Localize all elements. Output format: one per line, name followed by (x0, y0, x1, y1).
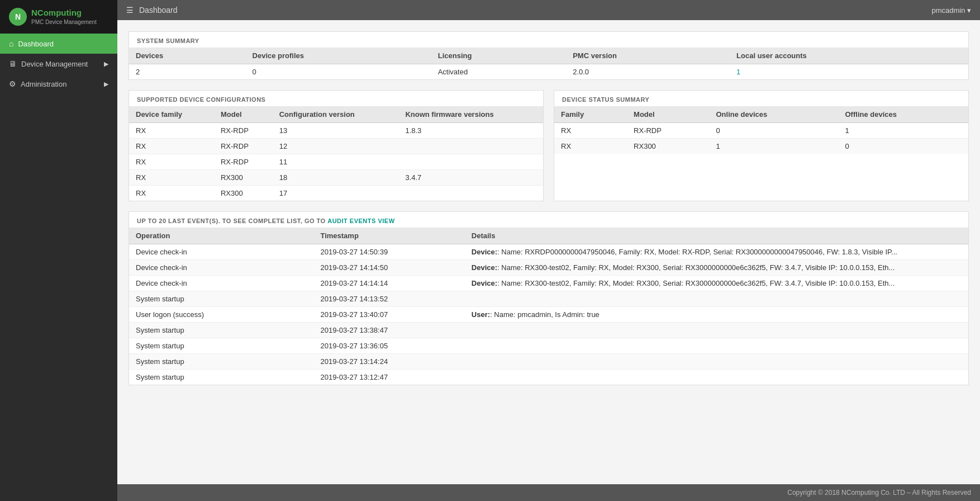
col-licensing: Licensing (431, 48, 566, 64)
table-row: System startup 2019-03-27 13:38:47 (129, 323, 968, 338)
events-panel: UP TO 20 LAST EVENT(S). TO SEE COMPLETE … (129, 211, 969, 385)
hamburger-icon[interactable]: ☰ (126, 6, 134, 15)
firmware-cell (398, 139, 543, 154)
family-cell: RX (129, 186, 214, 201)
middle-panels: SUPPORTED DEVICE CONFIGURATIONS Device f… (129, 90, 969, 211)
table-row: Device check-in 2019-03-27 14:50:39 Devi… (129, 244, 968, 260)
timestamp-cell: 2019-03-27 13:14:24 (313, 354, 464, 370)
events-prefix: UP TO 20 LAST EVENT(S). TO SEE COMPLETE … (137, 218, 326, 224)
model-cell: RX300 (627, 139, 709, 154)
operation-cell: System startup (129, 370, 313, 385)
pmc-version-value: 2.0.0 (566, 64, 730, 80)
col-device-family: Device family (129, 106, 214, 123)
details-cell: Device:: Name: RXRDP0000000047950046, Fa… (465, 244, 968, 260)
device-status-panel: DEVICE STATUS SUMMARY Family Model Onlin… (554, 90, 969, 201)
col-device-profiles: Device profiles (246, 48, 431, 64)
user-menu[interactable]: pmcadmin ▾ (931, 6, 971, 15)
svg-text:N: N (15, 12, 21, 21)
home-icon: ⌂ (9, 39, 13, 48)
device-configs-title: SUPPORTED DEVICE CONFIGURATIONS (129, 91, 543, 106)
device-configs-panel: SUPPORTED DEVICE CONFIGURATIONS Device f… (129, 90, 544, 201)
logo-icon: N (8, 7, 28, 27)
col-family: Family (554, 106, 627, 123)
col-online: Online devices (709, 106, 838, 123)
timestamp-cell: 2019-03-27 13:36:05 (313, 338, 464, 354)
page-title: Dashboard (139, 6, 178, 15)
details-cell: User:: Name: pmcadmin, Is Admin: true (465, 307, 968, 323)
details-cell (465, 354, 968, 370)
nav-menu: ⌂ Dashboard 🖥 Device Management ▶ ⚙ Admi… (0, 34, 117, 501)
col-model: Model (214, 106, 273, 123)
devices-value: 2 (129, 64, 246, 80)
model-cell: RX300 (214, 186, 273, 201)
monitor-icon: 🖥 (9, 59, 17, 68)
family-cell: RX (554, 123, 627, 139)
offline-cell: 1 (839, 123, 969, 139)
summary-row: 2 0 Activated 2.0.0 1 (129, 64, 968, 80)
model-cell: RX-RDP (214, 123, 273, 139)
family-cell: RX (129, 170, 214, 186)
events-table: Operation Timestamp Details Device check… (129, 228, 968, 385)
table-row: RX RX-RDP 0 1 (554, 123, 968, 139)
device-configs-table: Device family Model Configuration versio… (129, 106, 543, 201)
col-model: Model (627, 106, 709, 123)
brand-name: NComputing (31, 8, 97, 17)
col-config-version: Configuration version (273, 106, 399, 123)
config-version-cell: 13 (273, 123, 399, 139)
table-row: RX RX-RDP 11 (129, 154, 543, 170)
table-row: User logon (success) 2019-03-27 13:40:07… (129, 307, 968, 323)
table-row: RX RX-RDP 12 (129, 139, 543, 154)
model-cell: RX-RDP (214, 154, 273, 170)
family-cell: RX (129, 139, 214, 154)
sidebar-item-device-management[interactable]: 🖥 Device Management ▶ (0, 54, 117, 74)
licensing-value: Activated (431, 64, 566, 80)
col-firmware: Known firmware versions (398, 106, 543, 123)
footer-text: Copyright © 2018 NComputing Co. LTD – Al… (787, 489, 971, 497)
operation-cell: User logon (success) (129, 307, 313, 323)
details-cell (465, 291, 968, 307)
firmware-cell: 1.8.3 (398, 123, 543, 139)
sidebar: N NComputing PMC Device Management ⌂ Das… (0, 0, 117, 501)
footer: Copyright © 2018 NComputing Co. LTD – Al… (117, 484, 980, 501)
firmware-cell (398, 154, 543, 170)
logo: N NComputing PMC Device Management (0, 0, 117, 34)
timestamp-cell: 2019-03-27 13:40:07 (313, 307, 464, 323)
details-cell (465, 323, 968, 338)
timestamp-cell: 2019-03-27 14:14:50 (313, 260, 464, 276)
operation-cell: Device check-in (129, 276, 313, 291)
family-cell: RX (554, 139, 627, 154)
local-user-accounts-value[interactable]: 1 (730, 64, 968, 80)
table-row: RX RX300 18 3.4.7 (129, 170, 543, 186)
events-header: UP TO 20 LAST EVENT(S). TO SEE COMPLETE … (129, 212, 968, 228)
col-offline: Offline devices (839, 106, 969, 123)
col-local-user-accounts: Local user accounts (730, 48, 968, 64)
sidebar-item-dashboard[interactable]: ⌂ Dashboard (0, 34, 117, 54)
config-version-cell: 12 (273, 139, 399, 154)
sidebar-item-label: Administration (21, 80, 66, 88)
chevron-right-icon: ▶ (104, 60, 108, 68)
local-user-accounts-link[interactable]: 1 (736, 68, 740, 76)
timestamp-cell: 2019-03-27 14:13:52 (313, 291, 464, 307)
main-content: SYSTEM SUMMARY Devices Device profiles L… (117, 20, 980, 484)
audit-link[interactable]: AUDIT EVENTS VIEW (327, 218, 394, 224)
offline-cell: 0 (839, 139, 969, 154)
device-status-table: Family Model Online devices Offline devi… (554, 106, 968, 154)
device-status-title: DEVICE STATUS SUMMARY (554, 91, 968, 106)
system-summary-panel: SYSTEM SUMMARY Devices Device profiles L… (129, 31, 969, 80)
sidebar-item-administration[interactable]: ⚙ Administration ▶ (0, 74, 117, 94)
sidebar-item-label: Device Management (21, 60, 88, 68)
system-summary-title: SYSTEM SUMMARY (129, 32, 968, 48)
firmware-cell (398, 186, 543, 201)
timestamp-cell: 2019-03-27 14:14:14 (313, 276, 464, 291)
model-cell: RX300 (214, 170, 273, 186)
model-cell: RX-RDP (214, 139, 273, 154)
chevron-right-icon: ▶ (104, 81, 108, 88)
timestamp-cell: 2019-03-27 13:38:47 (313, 323, 464, 338)
sidebar-item-label: Dashboard (18, 40, 54, 48)
config-version-cell: 11 (273, 154, 399, 170)
brand-sub: PMC Device Management (31, 19, 97, 25)
operation-cell: System startup (129, 338, 313, 354)
config-version-cell: 17 (273, 186, 399, 201)
details-cell: Device:: Name: RX300-test02, Family: RX,… (465, 276, 968, 291)
operation-cell: System startup (129, 354, 313, 370)
